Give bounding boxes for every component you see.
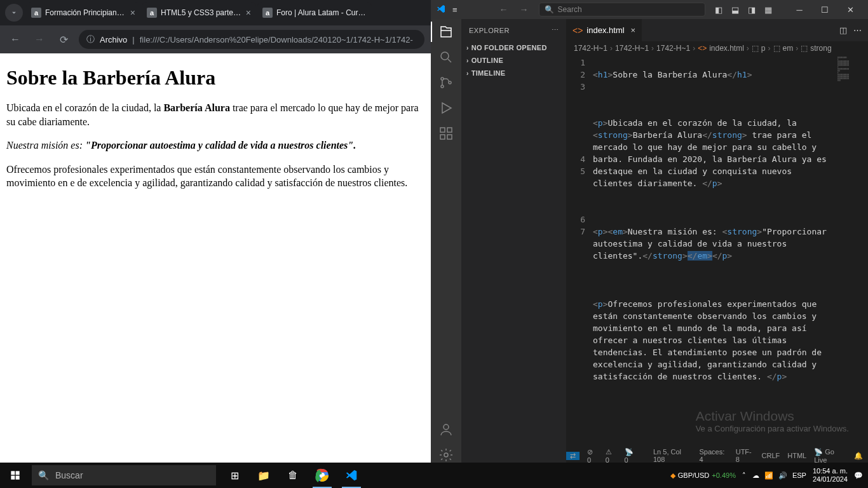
cursor-position[interactable]: Ln 5, Col 108 [653,448,691,463]
vscode-logo-icon [436,4,446,16]
app-button[interactable]: 🗑 [280,463,306,488]
tray-icons: ☁ 📶 🔊 ESP [752,471,806,480]
language-icon[interactable]: ESP [792,471,806,479]
split-editor-icon[interactable]: ◫ [839,25,847,35]
search-icon: 🔍 [38,470,49,480]
sidebar-header: EXPLORER ⋯ [461,19,566,41]
clock[interactable]: 10:54 a. m. 24/01/2024 [813,467,848,484]
eol-status[interactable]: CRLF [762,452,780,459]
nav-back-button[interactable]: ← [496,3,512,16]
maximize-button[interactable]: ☐ [812,0,837,19]
layout-customize-icon[interactable]: ▦ [761,3,775,17]
chrome-browser: a Formación Principiante en P × a HTML5 … [0,0,431,463]
section-timeline[interactable]: ›TIMELINE [461,67,566,79]
extensions-icon[interactable] [438,126,454,141]
close-icon[interactable]: × [130,8,135,18]
separator: | [132,35,134,44]
remote-button[interactable]: ⇄ [566,452,580,460]
windows-taskbar: 🔍 Buscar ⊞ 📁 🗑 ◆ GBP/USD +0.49% ˄ ☁ 📶 🔊 … [0,463,868,488]
svg-rect-6 [447,135,452,139]
run-debug-icon[interactable] [438,100,454,116]
close-button[interactable]: ✕ [837,0,863,19]
browser-tab-1[interactable]: a Formación Principiante en P × [26,2,140,24]
back-button[interactable]: ← [6,30,24,48]
page-paragraph-3: Ofrecemos profesionales experimentados q… [6,163,424,190]
svg-rect-10 [11,471,15,475]
close-icon[interactable]: × [631,25,636,35]
svg-rect-5 [440,135,445,139]
notifications-icon[interactable]: 💬 [854,471,863,480]
start-button[interactable] [0,463,31,488]
vscode-statusbar: ⇄ ⊘ 0 ⚠ 0 📡 0 Ln 5, Col 108 Spaces: 4 UT… [566,449,868,463]
command-center-search[interactable]: 🔍 Search [539,3,705,17]
tray-overflow-icon[interactable]: ˄ [742,471,746,480]
tab-search-button[interactable] [5,4,23,22]
language-status[interactable]: HTML [787,452,806,459]
chevron-right-icon: › [466,44,469,51]
layout-sidebar-right-icon[interactable]: ◨ [745,3,759,17]
html-file-icon: <> [698,44,707,53]
tab-filename: index.html [587,25,624,35]
tab-title: HTML5 y CSS3 parte 1: Mi pr [161,8,242,17]
source-control-icon[interactable] [438,75,454,90]
menu-icon[interactable]: ≡ [452,5,458,15]
svg-point-2 [441,85,444,88]
breadcrumb[interactable]: 1742-H~1› 1742-H~1› 1742-H~1› <> index.h… [566,41,868,55]
chevron-right-icon: › [466,70,469,77]
notifications-icon[interactable]: 🔔 [854,452,863,460]
browser-tab-2[interactable]: a HTML5 y CSS3 parte 1: Mi pr × [142,2,256,24]
onedrive-icon[interactable]: ☁ [752,471,759,480]
minimap[interactable]: ████████████████████████████████████████… [836,55,868,449]
code-editor[interactable]: 1234567 <h1>Sobre la Barbería Alura</h1>… [566,55,868,449]
more-icon[interactable]: ⋯ [853,25,862,35]
layout-sidebar-left-icon[interactable]: ◧ [712,3,726,17]
taskbar-search[interactable]: 🔍 Buscar [32,465,216,485]
forward-button[interactable]: → [31,30,48,48]
line-gutter: 1234567 [566,55,593,449]
port-button[interactable]: 📡 0 [625,448,638,463]
volume-icon[interactable]: 🔊 [778,471,787,480]
indent-status[interactable]: Spaces: 4 [699,448,728,463]
vscode-body: EXPLORER ⋯ ›NO FOLDER OPENED ›OUTLINE ›T… [431,19,868,463]
vscode-button[interactable] [338,463,365,488]
nav-forward-button[interactable]: → [516,3,532,16]
svg-point-3 [449,81,451,84]
layout-panel-icon[interactable]: ⬓ [728,3,742,17]
warnings-button[interactable]: ⚠ 0 [606,448,617,463]
reload-button[interactable]: ⟳ [55,30,72,48]
info-icon: ⓘ [86,34,95,45]
section-no-folder[interactable]: ›NO FOLDER OPENED [461,41,566,54]
browser-tab-3[interactable]: a Foro | Alura Latam - Cursos [257,2,372,24]
html-file-icon: <> [573,25,583,36]
nav-arrows: ← → [496,3,532,16]
address-bar[interactable]: ⓘ Archivo | file:///C:/Users/Anderson%20… [79,30,424,49]
rendered-page: Sobre la Barbería Alura Ubicada en el co… [0,53,431,463]
tab-title: Formación Principiante en P [45,8,126,17]
search-placeholder: Buscar [55,470,83,480]
taskbar-apps: ⊞ 📁 🗑 [221,463,365,488]
svg-rect-13 [16,476,20,480]
code-content[interactable]: <h1>Sobre la Barbería Alura</h1> <p>Ubic… [593,55,868,449]
more-icon[interactable]: ⋯ [552,26,559,34]
close-icon[interactable]: × [246,8,251,18]
page-heading: Sobre la Barbería Alura [6,66,424,90]
search-icon[interactable] [438,50,454,65]
minimize-button[interactable]: ─ [787,0,812,19]
account-icon[interactable] [438,422,454,437]
section-outline[interactable]: ›OUTLINE [461,54,566,67]
currency-widget[interactable]: ◆ GBP/USD +0.49% [670,471,736,480]
explorer-sidebar: EXPLORER ⋯ ›NO FOLDER OPENED ›OUTLINE ›T… [461,19,566,463]
svg-rect-11 [16,471,20,475]
editor-actions: ◫ ⋯ [839,25,868,35]
encoding-status[interactable]: UTF-8 [736,448,754,463]
file-explorer-button[interactable]: 📁 [250,463,277,488]
task-view-button[interactable]: ⊞ [221,463,248,488]
wifi-icon[interactable]: 📶 [764,471,773,480]
chrome-button[interactable] [309,463,336,488]
errors-button[interactable]: ⊘ 0 [587,448,598,463]
editor-tab-index[interactable]: <> index.html × [566,19,642,41]
explorer-icon[interactable] [438,24,454,39]
golive-button[interactable]: 📡 Go Live [814,448,846,463]
settings-icon[interactable] [438,447,454,463]
vscode-titlebar: ≡ ← → 🔍 Search ◧ ⬓ ◨ ▦ ─ ☐ ✕ [431,0,868,19]
